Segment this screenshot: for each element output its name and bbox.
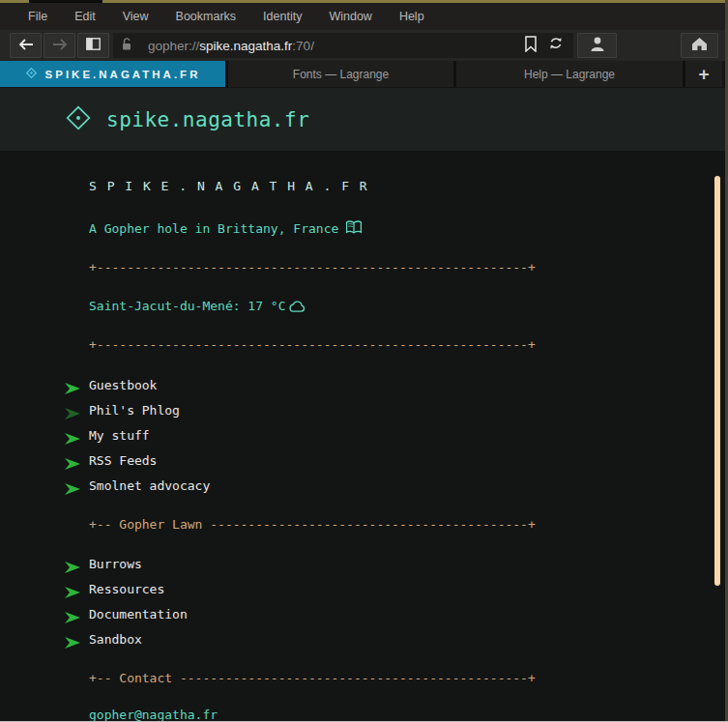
diamond-icon — [25, 66, 38, 83]
url-host: spike.nagatha.fr — [199, 39, 292, 53]
link-label: My stuff — [89, 423, 150, 448]
link-arrow-icon — [64, 379, 81, 392]
divider-gopher-lawn: +-- Gopher Lawn ------------------------… — [0, 512, 725, 537]
link-arrow-icon — [64, 583, 81, 596]
scrollbar-thumb[interactable] — [714, 176, 720, 586]
link-arrow-icon — [64, 429, 81, 443]
link-label: Burrows — [89, 552, 142, 577]
menu-view[interactable]: View — [109, 10, 162, 23]
url-port: :70/ — [292, 39, 314, 53]
weather-line: Saint-Jacut-du-Mené: 17 °C — [0, 294, 725, 319]
url-scheme: gopher:// — [148, 39, 199, 53]
lock-open-icon — [121, 37, 134, 55]
open-book-icon — [344, 223, 364, 238]
gopher-link-guestbook[interactable]: Guestbook — [0, 373, 725, 398]
banner-diamond-icon — [64, 103, 93, 136]
divider-line: +---------------------------------------… — [0, 255, 725, 280]
link-label: Documentation — [89, 602, 188, 627]
gopher-link-rss-feeds[interactable]: RSS Feeds — [0, 448, 725, 474]
tab-label: Help — Lagrange — [524, 68, 615, 81]
back-arrow-icon — [18, 37, 34, 54]
tab-spike-nagatha[interactable]: SPIKE.NAGATHA.FR — [0, 61, 228, 87]
menu-window[interactable]: Window — [315, 10, 385, 23]
menu-bookmarks[interactable]: Bookmarks — [162, 10, 250, 23]
person-icon — [589, 36, 606, 56]
menu-identity[interactable]: Identity — [249, 10, 315, 23]
sidebar-toggle-button[interactable] — [77, 33, 109, 58]
forward-arrow-icon — [52, 37, 68, 54]
url-text: gopher://spike.nagatha.fr:70/ — [148, 39, 525, 53]
link-arrow-icon — [64, 608, 81, 621]
gopher-link-sandbox[interactable]: Sandbox — [0, 627, 725, 652]
menu-edit[interactable]: Edit — [61, 10, 109, 23]
new-tab-button[interactable]: + — [685, 61, 722, 87]
gopher-link-smolnet-advocacy[interactable]: Smolnet advocacy — [0, 474, 725, 499]
link-arrow-icon — [64, 633, 81, 647]
reload-icon[interactable] — [548, 36, 564, 55]
tab-fonts[interactable]: Fonts — Lagrange — [228, 61, 456, 87]
page-content: spike.nagatha.fr S P I K E . N A G A T H… — [0, 87, 725, 722]
divider-contact: +-- Contact ----------------------------… — [0, 666, 725, 691]
contact-email[interactable]: gopher@nagatha.fr — [0, 703, 725, 722]
menu-help[interactable]: Help — [386, 10, 438, 23]
link-arrow-icon — [64, 479, 81, 493]
home-icon — [691, 37, 708, 55]
banner-title: spike.nagatha.fr — [106, 108, 309, 131]
gopher-link-my-stuff[interactable]: My stuff — [0, 423, 725, 448]
link-label: Sandbox — [89, 627, 142, 652]
home-button[interactable] — [681, 33, 718, 58]
back-button[interactable] — [10, 33, 42, 58]
page-subtitle: A Gopher hole in Brittany, France — [0, 217, 725, 242]
divider-line: +---------------------------------------… — [0, 332, 725, 358]
navigation-bar: gopher://spike.nagatha.fr:70/ — [0, 30, 725, 61]
link-arrow-icon-visited — [64, 404, 81, 418]
page-heading: S P I K E . N A G A T H A . F R — [0, 174, 725, 199]
gopher-page-body: S P I K E . N A G A T H A . F R A Gopher… — [0, 151, 725, 722]
lagrange-browser-window: File Edit View Bookmarks Identity Window… — [0, 0, 728, 722]
bookmark-icon[interactable] — [525, 36, 537, 56]
link-label: Smolnet advocacy — [89, 474, 210, 499]
tab-label: SPIKE.NAGATHA.FR — [45, 69, 201, 80]
link-label: RSS Feeds — [89, 448, 157, 474]
desktop-top-edge-dark — [29, 0, 102, 3]
sidebar-icon — [86, 37, 101, 54]
site-banner: spike.nagatha.fr — [0, 88, 725, 151]
tab-label: Fonts — Lagrange — [293, 68, 389, 81]
tab-bar: SPIKE.NAGATHA.FR Fonts — Lagrange Help —… — [0, 61, 725, 87]
desktop-top-edge — [0, 0, 728, 3]
link-arrow-icon — [64, 454, 81, 468]
gopher-link-phils-phlog[interactable]: Phil's Phlog — [0, 398, 725, 423]
link-label: Ressources — [89, 577, 164, 602]
identity-button[interactable] — [577, 33, 617, 58]
gopher-link-burrows[interactable]: Burrows — [0, 552, 725, 577]
menu-file[interactable]: File — [15, 10, 61, 23]
tab-help[interactable]: Help — Lagrange — [456, 61, 685, 87]
forward-button[interactable] — [44, 33, 75, 58]
cloud-icon — [288, 302, 306, 316]
link-label: Phil's Phlog — [89, 398, 180, 423]
link-label: Guestbook — [89, 373, 157, 398]
link-arrow-icon — [64, 558, 81, 571]
gopher-link-ressources[interactable]: Ressources — [0, 577, 725, 602]
url-field[interactable]: gopher://spike.nagatha.fr:70/ — [113, 33, 573, 58]
gopher-link-documentation[interactable]: Documentation — [0, 602, 725, 627]
menu-bar: File Edit View Bookmarks Identity Window… — [0, 3, 725, 30]
